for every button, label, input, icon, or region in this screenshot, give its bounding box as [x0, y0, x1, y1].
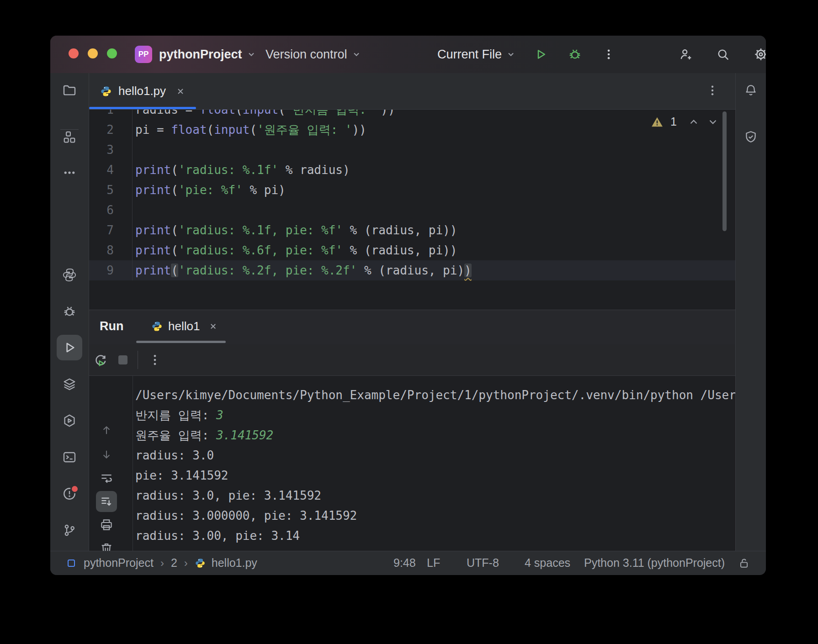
more-icon[interactable]: [602, 48, 615, 61]
title-bar: PP pythonProject Version control Current…: [50, 36, 766, 73]
stripe-divider: [60, 129, 79, 130]
code-line: 2pi = float(input('원주율 입력: ')): [89, 120, 735, 140]
unlocked-icon[interactable]: [738, 551, 750, 575]
macos-traffic-lights: [69, 48, 117, 58]
project-badge-label: PP: [138, 50, 149, 59]
scroll-to-end-icon[interactable]: [100, 495, 113, 508]
chevron-right-icon: ›: [184, 557, 188, 570]
screen: PP pythonProject Version control Current…: [0, 0, 818, 644]
line-number: 5: [89, 180, 133, 200]
search-icon[interactable]: [716, 47, 730, 62]
minimize-window-button[interactable]: [88, 48, 98, 58]
console-line: radius: 3.0, pie: 3.141592: [133, 486, 735, 506]
code-line: 9print('radius: %.2f, pie: %.2f' % (radi…: [89, 260, 735, 280]
delete-icon[interactable]: [100, 542, 113, 551]
tab-hello1-py[interactable]: hello1.py: [100, 73, 185, 109]
warning-icon: [651, 116, 663, 127]
terminal-icon[interactable]: [62, 450, 77, 465]
caret-position[interactable]: 9:48: [393, 551, 416, 575]
line-separator[interactable]: LF: [427, 551, 440, 575]
active-tab-underline: [89, 107, 196, 109]
python-file-icon: [151, 321, 163, 332]
line-number: 3: [89, 140, 133, 160]
python-interpreter[interactable]: Python 3.11 (pythonProject): [584, 551, 725, 575]
breadcrumb-folder[interactable]: 2: [171, 556, 177, 570]
console-line: pie: 3.141592: [133, 465, 735, 486]
debug-icon[interactable]: [568, 47, 582, 62]
chevron-down-icon: [506, 50, 515, 59]
more-tools-icon[interactable]: [63, 166, 76, 179]
console-line: 원주율 입력: 3.141592: [133, 425, 735, 445]
chevron-down-icon: [247, 50, 256, 59]
settings-icon[interactable]: [753, 47, 766, 62]
line-number: 9: [89, 260, 133, 280]
file-encoding[interactable]: UTF-8: [467, 551, 499, 575]
warning-count: 1: [670, 115, 677, 128]
shield-icon[interactable]: [744, 130, 758, 144]
console-gutter: [89, 376, 133, 551]
add-user-icon[interactable]: [678, 47, 693, 62]
right-tool-stripe: [735, 73, 766, 551]
version-control-menu[interactable]: Version control: [266, 36, 361, 73]
run-tab-hello1[interactable]: hello1: [151, 310, 218, 343]
down-arrow-icon[interactable]: [100, 448, 113, 461]
code-line: 6: [89, 200, 735, 220]
main-content: hello1.py 1radius = float(input('반지름 입력:…: [89, 73, 735, 551]
layers-icon[interactable]: [62, 377, 77, 391]
breadcrumb-project[interactable]: pythonProject: [84, 556, 154, 570]
services-icon[interactable]: [62, 413, 77, 428]
line-number: 7: [89, 220, 133, 240]
soft-wrap-icon[interactable]: [100, 471, 113, 485]
editor-lines: 1radius = float(input('반지름 입력: '))2pi = …: [89, 110, 735, 280]
project-menu[interactable]: pythonProject: [159, 36, 256, 73]
close-window-button[interactable]: [69, 48, 79, 58]
line-number: 2: [89, 120, 133, 140]
project-badge[interactable]: PP: [135, 46, 152, 63]
structure-icon[interactable]: [63, 130, 76, 144]
git-icon[interactable]: [62, 523, 77, 538]
line-number: 4: [89, 160, 133, 180]
run-panel-title[interactable]: Run: [100, 310, 123, 343]
tab-label: hello1.py: [118, 84, 166, 98]
inspection-widget[interactable]: 1: [651, 115, 719, 128]
active-run-tab-underline: [136, 341, 226, 343]
project-folder-icon[interactable]: [62, 83, 77, 98]
run-options-icon[interactable]: [148, 353, 162, 367]
chevron-right-icon: ›: [160, 557, 164, 570]
problems-badge: [70, 485, 79, 493]
editor-scrollbar[interactable]: [722, 111, 727, 231]
problems-icon[interactable]: [62, 486, 77, 501]
run-panel-header: Run hello1: [89, 310, 735, 344]
close-tab-icon[interactable]: [176, 87, 185, 96]
zoom-window-button[interactable]: [107, 48, 117, 58]
code-editor[interactable]: 1radius = float(input('반지름 입력: '))2pi = …: [89, 110, 735, 310]
run-icon[interactable]: [534, 48, 547, 61]
rerun-icon[interactable]: [93, 352, 108, 368]
next-problem-icon[interactable]: [707, 116, 719, 128]
tab-options-icon[interactable]: [706, 84, 719, 97]
console-line: radius: 3.000000, pie: 3.141592: [133, 506, 735, 526]
run-tool-icon[interactable]: [62, 340, 77, 355]
line-number: 8: [89, 240, 133, 260]
line-number: 6: [89, 200, 133, 220]
print-icon[interactable]: [100, 518, 113, 532]
code-line: 4print('radius: %.1f' % radius): [89, 160, 735, 180]
indent-style[interactable]: 4 spaces: [525, 551, 570, 575]
python-packages-icon[interactable]: [62, 268, 77, 282]
module-icon: [66, 558, 77, 569]
chevron-down-icon: [352, 50, 361, 59]
debug-tool-icon[interactable]: [62, 304, 77, 319]
editor-tab-bar: hello1.py: [89, 73, 735, 110]
run-toolbar: [89, 344, 735, 376]
run-console[interactable]: /Users/kimye/Documents/Python_Example/Pr…: [89, 376, 735, 551]
notifications-bell-icon[interactable]: [744, 83, 758, 98]
pycharm-window: PP pythonProject Version control Current…: [50, 36, 766, 575]
line-number: 1: [89, 110, 133, 120]
run-configuration-selector[interactable]: Current File: [437, 36, 515, 73]
breadcrumb-file[interactable]: hello1.py: [212, 556, 257, 570]
up-arrow-icon[interactable]: [100, 424, 113, 437]
prev-problem-icon[interactable]: [688, 116, 700, 128]
breadcrumb: pythonProject › 2 › hello1.py: [66, 551, 257, 575]
close-run-tab-icon[interactable]: [209, 322, 218, 331]
stop-icon[interactable]: [118, 355, 127, 364]
